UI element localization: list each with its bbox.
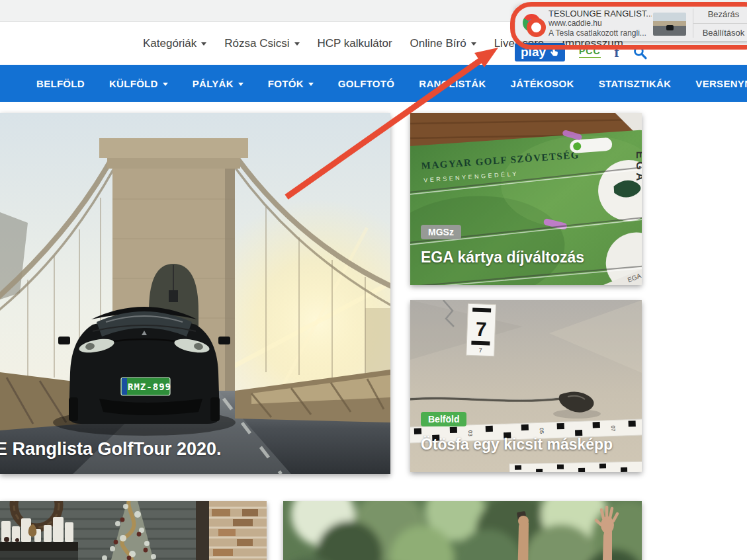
main-nav: BELFÖLD KÜLFÖLD PÁLYÁK FOTÓK GOLFTOTÓ RA… (0, 65, 747, 102)
hand-cursor-icon (549, 48, 559, 58)
notification-texts: TESLOUNGE RANGLIST... www.caddie.hu A Te… (549, 9, 652, 38)
chevron-down-icon (163, 83, 168, 86)
pcc-logo[interactable]: PCC (579, 46, 601, 58)
article-title[interactable]: EGA kártya díjváltozás (421, 249, 584, 266)
outdoor-foliage-image (283, 501, 642, 560)
chevron-down-icon (471, 42, 476, 46)
main-nav-belfold[interactable]: BELFÖLD (36, 78, 85, 89)
main-nav-label: VERSENYNAPTÁR (695, 78, 747, 89)
article-image-hands-outdoor[interactable] (283, 501, 642, 560)
notification-settings-button[interactable]: Beállítások (693, 23, 747, 42)
main-nav-golftoto[interactable]: GOLFTOTÓ (338, 78, 394, 89)
chevron-down-icon (308, 83, 314, 86)
chrome-icon (523, 14, 541, 32)
main-nav-label: RANGLISTÁK (419, 78, 486, 89)
article-hero-tesla-ranglista[interactable]: RMZ-899 E Ranglista GolfTour 2020. (0, 113, 390, 474)
main-nav-label: PÁLYÁK (193, 78, 234, 89)
play-label: play (521, 45, 546, 60)
play-button[interactable]: play (515, 43, 565, 61)
main-nav-label: JÁTÉKOSOK (511, 78, 574, 89)
tag-number-large: 7 (475, 318, 487, 340)
main-nav-versenynaptar[interactable]: VERSENYNAPTÁR (695, 78, 747, 89)
chevron-down-icon (201, 42, 206, 46)
christmas-scene-image (0, 501, 267, 560)
main-nav-label: FOTÓK (268, 78, 304, 89)
main-nav-ranglistak[interactable]: RANGLISTÁK (419, 78, 486, 89)
article-title[interactable]: Ötösfa egy kicsit másképp (421, 436, 613, 454)
main-nav-fotok[interactable]: FOTÓK (268, 78, 314, 89)
main-nav-statisztikak[interactable]: STATISZTIKÁK (599, 78, 672, 89)
main-nav-kulfold[interactable]: KÜLFÖLD (109, 78, 168, 89)
chevron-down-icon (294, 42, 300, 46)
main-nav-label: BELFÖLD (36, 78, 85, 89)
hero-image-chain-bridge-tesla: RMZ-899 (0, 113, 390, 474)
main-nav-palyak[interactable]: PÁLYÁK (193, 78, 243, 89)
article-otosfa[interactable]: 7 7 03 05 07 Belföld Ötösfa egy kicsit m… (410, 300, 642, 472)
notification-close-button[interactable]: Bezárás (693, 5, 747, 23)
notification-thumbnail (653, 13, 686, 36)
main-nav-jatekosok[interactable]: JÁTÉKOSOK (511, 78, 574, 89)
chevron-down-icon (238, 83, 243, 86)
article-title[interactable]: E Ranglista GolfTour 2020. (0, 439, 222, 460)
nav-item-hcp-kalkulator[interactable]: HCP kalkulátor (318, 37, 392, 50)
nav-item-label: Rózsa Csicsi (224, 37, 289, 50)
tag-number-small: 7 (478, 347, 482, 354)
ruler-number: 07 (610, 425, 616, 432)
notification-body: A Tesla csatlakozott rangli... (549, 28, 652, 38)
browser-notification[interactable]: TESLOUNGE RANGLIST... www.caddie.hu A Te… (515, 5, 747, 41)
search-icon[interactable] (633, 46, 647, 60)
header-icon-group: play PCC f (515, 43, 647, 61)
category-badge-belfold[interactable]: Belföld (421, 412, 466, 426)
facebook-icon[interactable]: f (615, 44, 619, 61)
main-nav-label: KÜLFÖLD (109, 78, 158, 89)
main-nav-label: STATISZTIKÁK (599, 78, 672, 89)
nav-item-label: Online Bíró (410, 37, 466, 50)
nav-item-rozsa-csicsi[interactable]: Rózsa Csicsi (224, 37, 299, 50)
nav-item-online-biro[interactable]: Online Bíró (410, 37, 476, 50)
notification-source: www.caddie.hu (549, 19, 652, 28)
article-ega-kartya[interactable]: MAGYAR GOLF SZÖVETSÉG VERSENYENGEDÉLY EG… (410, 113, 642, 285)
license-plate-text: RMZ-899 (128, 381, 171, 392)
article-image-christmas[interactable] (0, 501, 267, 560)
nav-item-label: Kategóriák (143, 37, 197, 50)
category-badge-mgsz[interactable]: MGSz (421, 225, 461, 239)
ruler-number: 05 (539, 428, 545, 434)
nav-item-label: HCP kalkulátor (318, 37, 392, 50)
notification-title: TESLOUNGE RANGLIST... (549, 9, 652, 19)
main-nav-label: GOLFTOTÓ (338, 78, 394, 89)
nav-item-kategoriak[interactable]: Kategóriák (143, 37, 206, 50)
